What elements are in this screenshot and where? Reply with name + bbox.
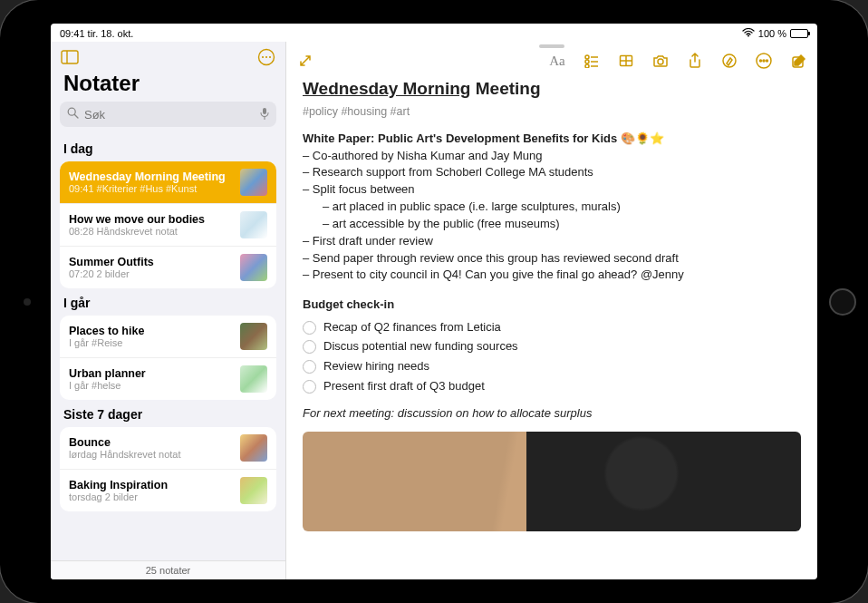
section-header: Siste 7 dager bbox=[51, 400, 285, 427]
camera-dot bbox=[24, 298, 31, 306]
svg-point-22 bbox=[760, 60, 762, 62]
checklist-item-label: Recap of Q2 finances from Leticia bbox=[323, 319, 501, 336]
note-list-item[interactable]: How we move our bodies08:28 Håndskrevet … bbox=[60, 204, 276, 247]
note-item-thumbnail bbox=[240, 169, 267, 196]
status-bar: 09:41 tir. 18. okt. 100 % bbox=[51, 24, 817, 42]
screen: 09:41 tir. 18. okt. 100 % bbox=[51, 24, 817, 579]
note-tags[interactable]: #policy #housing #art bbox=[303, 103, 801, 120]
note-line[interactable]: – Research support from Schoberl College… bbox=[303, 164, 801, 181]
checkbox-icon[interactable] bbox=[303, 380, 316, 394]
search-input[interactable] bbox=[84, 108, 255, 122]
note-list-item[interactable]: Wednesday Morning Meeting09:41 #Kriterie… bbox=[60, 161, 276, 204]
status-time-date: 09:41 tir. 18. okt. bbox=[60, 28, 133, 39]
note-line[interactable]: – Send paper through review once this gr… bbox=[303, 250, 801, 267]
note-line[interactable]: – art placed in public space (i.e. large… bbox=[303, 199, 801, 216]
note-line[interactable]: – Split focus between bbox=[303, 181, 801, 199]
more-options-icon[interactable] bbox=[256, 47, 276, 67]
svg-point-23 bbox=[763, 60, 765, 62]
note-list-item[interactable]: Baking Inspirationtorsdag 2 bilder bbox=[60, 470, 276, 511]
note-item-title: How we move our bodies bbox=[69, 213, 233, 226]
checklist-item-label: Review hiring needs bbox=[323, 358, 429, 375]
note-line[interactable]: – Co-authored by Nisha Kumar and Jay Mun… bbox=[303, 148, 801, 165]
battery-percent: 100 % bbox=[758, 28, 786, 39]
note-title[interactable]: Wednesday Morning Meeting bbox=[303, 76, 801, 102]
svg-point-4 bbox=[262, 56, 264, 58]
drag-handle-icon[interactable] bbox=[539, 44, 564, 48]
note-item-subtitle: 08:28 Håndskrevet notat bbox=[69, 226, 233, 237]
section-header: I går bbox=[51, 288, 285, 316]
note-item-thumbnail bbox=[240, 434, 267, 462]
table-icon[interactable] bbox=[618, 53, 634, 69]
checklist-item[interactable]: Review hiring needs bbox=[303, 357, 801, 377]
svg-point-24 bbox=[767, 60, 768, 62]
note-item-title: Summer Outfits bbox=[69, 256, 233, 268]
text-format-icon[interactable]: Aa bbox=[549, 53, 565, 69]
sidebar-title: Notater bbox=[51, 69, 285, 102]
checklist-item[interactable]: Discus potential new funding sources bbox=[303, 337, 801, 357]
svg-rect-9 bbox=[263, 108, 266, 114]
note-item-subtitle: I går #Reise bbox=[69, 337, 233, 348]
sidebar-footer: 25 notater bbox=[51, 560, 285, 579]
note-item-subtitle: torsdag 2 bilder bbox=[69, 491, 233, 502]
ipad-frame: 09:41 tir. 18. okt. 100 % bbox=[0, 0, 868, 603]
checkbox-icon[interactable] bbox=[303, 321, 316, 335]
svg-point-10 bbox=[585, 55, 589, 59]
note-list-item[interactable]: Places to hikeI går #Reise bbox=[60, 316, 276, 358]
markup-icon[interactable] bbox=[721, 53, 738, 69]
expand-icon[interactable] bbox=[297, 53, 313, 69]
note-line[interactable]: – Present to city council in Q4! Can you… bbox=[303, 267, 801, 284]
wifi-icon bbox=[742, 27, 755, 40]
note-content-pane: Aa bbox=[286, 42, 817, 579]
compose-icon[interactable] bbox=[790, 53, 806, 69]
svg-point-6 bbox=[269, 56, 271, 58]
svg-point-5 bbox=[265, 56, 267, 58]
mic-icon[interactable] bbox=[260, 107, 269, 122]
budget-heading[interactable]: Budget check-in bbox=[303, 297, 801, 314]
note-list-item[interactable]: Urban plannerI går #helse bbox=[60, 358, 276, 400]
section-header: I dag bbox=[51, 134, 285, 161]
more-icon[interactable] bbox=[756, 53, 772, 69]
note-item-title: Baking Inspiration bbox=[69, 479, 233, 491]
note-line[interactable]: – art accessible by the public (free mus… bbox=[303, 216, 801, 233]
note-list-item[interactable]: Bouncelørdag Håndskrevet notat bbox=[60, 427, 276, 470]
svg-point-14 bbox=[585, 64, 589, 68]
note-editor[interactable]: Wednesday Morning Meeting #policy #housi… bbox=[286, 74, 817, 579]
note-footer-italic[interactable]: For next meeting: discussion on how to a… bbox=[303, 405, 801, 423]
note-item-title: Bounce bbox=[69, 436, 233, 449]
note-item-subtitle: 07:20 2 bilder bbox=[69, 268, 233, 279]
svg-line-8 bbox=[74, 114, 78, 118]
share-icon[interactable] bbox=[687, 53, 703, 69]
battery-icon bbox=[790, 29, 808, 38]
camera-icon[interactable] bbox=[652, 53, 669, 69]
checklist-item-label: Discus potential new funding sources bbox=[323, 338, 518, 355]
note-item-thumbnail bbox=[240, 323, 267, 350]
svg-point-0 bbox=[747, 35, 749, 37]
note-item-subtitle: 09:41 #Kriterier #Hus #Kunst bbox=[69, 183, 233, 194]
checkbox-icon[interactable] bbox=[303, 340, 316, 354]
checklist-icon[interactable] bbox=[583, 53, 600, 69]
note-item-thumbnail bbox=[240, 254, 267, 281]
checklist-item[interactable]: Present first draft of Q3 budget bbox=[303, 377, 801, 397]
home-button[interactable] bbox=[829, 288, 856, 316]
search-field[interactable] bbox=[60, 102, 276, 127]
checkbox-icon[interactable] bbox=[303, 360, 316, 374]
svg-point-20 bbox=[723, 54, 736, 67]
svg-rect-1 bbox=[62, 51, 78, 63]
note-item-title: Urban planner bbox=[69, 367, 233, 380]
notes-list[interactable]: I dagWednesday Morning Meeting09:41 #Kri… bbox=[51, 134, 285, 560]
note-item-thumbnail bbox=[240, 365, 267, 393]
note-item-subtitle: lørdag Håndskrevet notat bbox=[69, 449, 233, 460]
note-item-title: Wednesday Morning Meeting bbox=[69, 170, 233, 183]
note-line[interactable]: – First draft under review bbox=[303, 233, 801, 250]
note-attached-image[interactable] bbox=[303, 432, 801, 531]
note-item-thumbnail bbox=[240, 477, 267, 504]
svg-point-12 bbox=[585, 60, 589, 63]
white-paper-heading[interactable]: White Paper: Public Art's Development Be… bbox=[303, 131, 801, 148]
sidebar-toggle-icon[interactable] bbox=[60, 47, 80, 67]
note-item-subtitle: I går #helse bbox=[69, 380, 233, 391]
note-list-item[interactable]: Summer Outfits07:20 2 bilder bbox=[60, 247, 276, 288]
note-item-thumbnail bbox=[240, 211, 267, 238]
checklist-item[interactable]: Recap of Q2 finances from Leticia bbox=[303, 317, 801, 337]
svg-point-19 bbox=[658, 59, 663, 64]
sidebar: Notater I dagWednesday Morning Meeting09… bbox=[51, 42, 286, 579]
